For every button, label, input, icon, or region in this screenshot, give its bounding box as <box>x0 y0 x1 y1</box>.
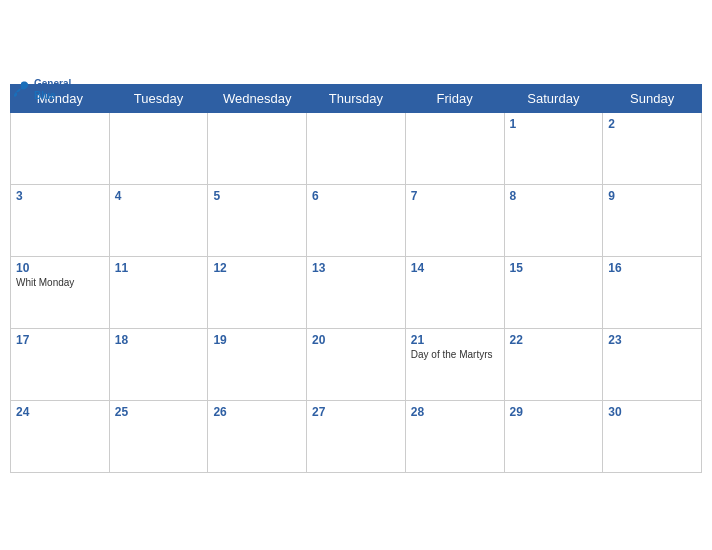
calendar-cell: 7 <box>405 184 504 256</box>
calendar-cell: 15 <box>504 256 603 328</box>
day-number: 2 <box>608 117 696 131</box>
weekday-header-saturday: Saturday <box>504 84 603 112</box>
holiday-label: Whit Monday <box>16 277 104 288</box>
day-number: 13 <box>312 261 400 275</box>
calendar-cell: 6 <box>307 184 406 256</box>
calendar-cell: 10Whit Monday <box>11 256 110 328</box>
day-number: 16 <box>608 261 696 275</box>
calendar-cell <box>109 112 208 184</box>
calendar-cell: 11 <box>109 256 208 328</box>
weekday-header-row: MondayTuesdayWednesdayThursdayFridaySatu… <box>11 84 702 112</box>
logo-bird-icon <box>10 79 32 101</box>
weekday-header-sunday: Sunday <box>603 84 702 112</box>
week-row-2: 3456789 <box>11 184 702 256</box>
day-number: 10 <box>16 261 104 275</box>
day-number: 12 <box>213 261 301 275</box>
weekday-header-wednesday: Wednesday <box>208 84 307 112</box>
calendar-cell: 17 <box>11 328 110 400</box>
day-number: 1 <box>510 117 598 131</box>
day-number: 17 <box>16 333 104 347</box>
day-number: 25 <box>115 405 203 419</box>
day-number: 15 <box>510 261 598 275</box>
logo-general-text: General <box>34 78 71 90</box>
calendar-cell <box>208 112 307 184</box>
calendar-cell: 8 <box>504 184 603 256</box>
calendar-table: MondayTuesdayWednesdayThursdayFridaySatu… <box>10 84 702 473</box>
calendar-cell: 3 <box>11 184 110 256</box>
calendar-cell: 25 <box>109 400 208 472</box>
day-number: 21 <box>411 333 499 347</box>
day-number: 11 <box>115 261 203 275</box>
day-number: 3 <box>16 189 104 203</box>
day-number: 7 <box>411 189 499 203</box>
calendar-cell: 27 <box>307 400 406 472</box>
day-number: 6 <box>312 189 400 203</box>
calendar-cell: 29 <box>504 400 603 472</box>
calendar-container: General Blue MondayTuesdayWednesdayThurs… <box>0 68 712 483</box>
calendar-cell: 19 <box>208 328 307 400</box>
week-row-5: 24252627282930 <box>11 400 702 472</box>
calendar-cell: 22 <box>504 328 603 400</box>
calendar-cell: 5 <box>208 184 307 256</box>
day-number: 28 <box>411 405 499 419</box>
calendar-cell: 18 <box>109 328 208 400</box>
calendar-cell: 2 <box>603 112 702 184</box>
day-number: 30 <box>608 405 696 419</box>
logo-area: General Blue <box>10 78 71 102</box>
day-number: 5 <box>213 189 301 203</box>
calendar-cell <box>11 112 110 184</box>
day-number: 14 <box>411 261 499 275</box>
calendar-cell: 9 <box>603 184 702 256</box>
calendar-cell: 13 <box>307 256 406 328</box>
day-number: 20 <box>312 333 400 347</box>
day-number: 22 <box>510 333 598 347</box>
week-row-3: 10Whit Monday111213141516 <box>11 256 702 328</box>
logo-blue-text: Blue <box>34 90 71 102</box>
calendar-cell: 28 <box>405 400 504 472</box>
calendar-cell: 20 <box>307 328 406 400</box>
calendar-cell: 30 <box>603 400 702 472</box>
calendar-cell: 21Day of the Martyrs <box>405 328 504 400</box>
day-number: 26 <box>213 405 301 419</box>
calendar-cell: 12 <box>208 256 307 328</box>
weekday-header-thursday: Thursday <box>307 84 406 112</box>
holiday-label: Day of the Martyrs <box>411 349 499 360</box>
calendar-cell: 24 <box>11 400 110 472</box>
calendar-cell: 23 <box>603 328 702 400</box>
calendar-cell: 16 <box>603 256 702 328</box>
calendar-cell: 14 <box>405 256 504 328</box>
weekday-header-tuesday: Tuesday <box>109 84 208 112</box>
day-number: 18 <box>115 333 203 347</box>
calendar-cell <box>307 112 406 184</box>
calendar-cell: 26 <box>208 400 307 472</box>
day-number: 9 <box>608 189 696 203</box>
week-row-1: 12 <box>11 112 702 184</box>
calendar-cell: 1 <box>504 112 603 184</box>
weekday-header-friday: Friday <box>405 84 504 112</box>
day-number: 8 <box>510 189 598 203</box>
day-number: 23 <box>608 333 696 347</box>
week-row-4: 1718192021Day of the Martyrs2223 <box>11 328 702 400</box>
day-number: 24 <box>16 405 104 419</box>
calendar-cell: 4 <box>109 184 208 256</box>
day-number: 19 <box>213 333 301 347</box>
calendar-cell <box>405 112 504 184</box>
day-number: 4 <box>115 189 203 203</box>
day-number: 29 <box>510 405 598 419</box>
day-number: 27 <box>312 405 400 419</box>
